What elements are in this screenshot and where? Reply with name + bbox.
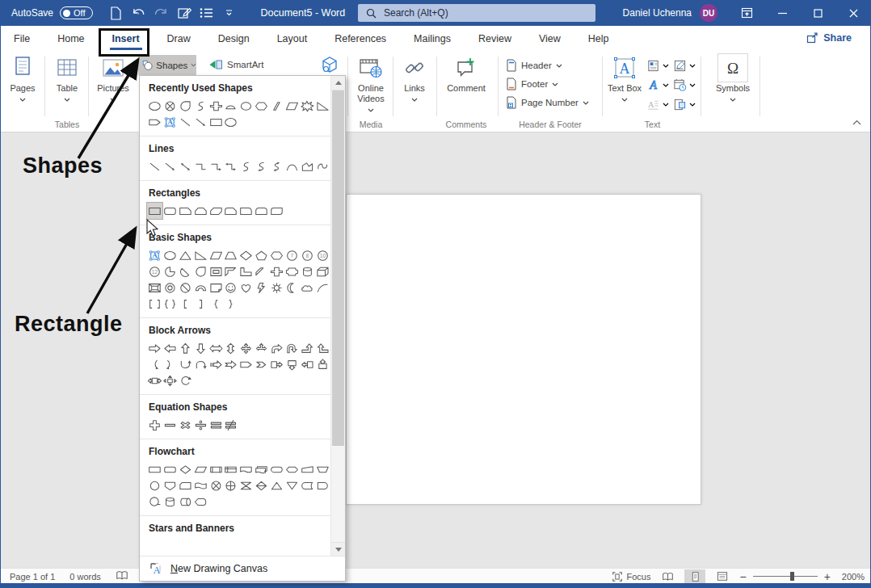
zoom-slider-thumb[interactable] [790,572,794,581]
shape-elbow-double-arrow[interactable] [223,158,238,174]
avatar[interactable]: DU [700,4,717,22]
shape-thin-parallelogram[interactable] [269,98,284,114]
word-count[interactable]: 0 words [69,572,101,582]
shape-trapezoid[interactable] [223,247,238,263]
tab-home[interactable]: Home [44,26,98,52]
shape-moon[interactable] [284,279,300,296]
shape-arrow-up-down[interactable] [223,340,238,356]
shape-arrow-up[interactable] [178,340,193,356]
shape-heart[interactable] [238,279,254,296]
shape-chord-circle[interactable] [178,263,193,279]
zoom-out-button[interactable]: − [739,570,746,583]
shape-math-plus[interactable] [147,417,162,433]
shape-delay[interactable] [315,477,330,494]
shape-curved-arrow[interactable] [254,158,269,174]
signature-line-button[interactable] [673,57,696,74]
object-button[interactable] [673,95,696,113]
autosave-toggle[interactable]: Off [60,6,92,19]
shape-up-arrow-callout[interactable] [315,356,330,372]
shape-curved-up-arrow[interactable] [178,356,193,372]
shape-display[interactable] [193,494,208,510]
shape-left-brace[interactable] [208,296,224,312]
shape-curved-left-arrow[interactable] [147,356,162,372]
user-name[interactable]: Daniel Uchenna [623,7,692,19]
shape-card[interactable] [178,477,193,494]
shape-double-brace[interactable] [162,296,178,312]
shape-bevel[interactable] [147,279,162,296]
shape-line-arrow[interactable] [162,158,178,174]
shape-arrow-left[interactable] [162,340,178,356]
read-mode-button[interactable] [657,569,678,584]
shape-math-division[interactable] [193,417,208,433]
qat-more-chevron-icon[interactable] [222,6,237,20]
search-input[interactable] [382,6,579,19]
tab-insert[interactable]: Insert [99,26,154,52]
smartart-button[interactable]: SmartArt [208,57,263,72]
shape-curved-connector[interactable] [238,158,254,174]
quick-parts-button[interactable] [646,57,669,74]
shape-elbow-arrow[interactable] [208,158,224,174]
shape-decision[interactable] [178,461,193,477]
shape-alternate-process[interactable] [162,461,178,477]
shape-can[interactable] [300,263,315,279]
shape-ellipse[interactable] [223,114,238,130]
shape-striped-right-arrow[interactable] [208,356,224,372]
text-box-button[interactable]: A Text Box [606,53,643,104]
shape-math-not-equal[interactable] [223,417,238,433]
shape-octagon[interactable]: 8 [300,247,315,263]
wordart-button[interactable]: A [646,76,669,94]
shape-left-right-arrow-callout[interactable] [147,372,162,388]
shape-decagon[interactable]: 10 [315,247,330,263]
shape-no-symbol[interactable] [178,279,193,296]
minimize-button[interactable] [764,0,800,26]
shape-line-arrow[interactable] [193,114,208,130]
pictures-button[interactable]: Pictures [92,53,134,104]
shape-snip-single-corner[interactable] [178,203,193,219]
shape-predefined-process[interactable] [208,461,224,477]
new-document-icon[interactable] [109,6,124,20]
comment-button[interactable]: Comment [440,53,493,94]
shape-merge[interactable] [284,477,300,494]
scroll-down-icon[interactable] [331,542,345,556]
shape-preparation[interactable] [284,461,300,477]
shape-terminator[interactable] [269,461,284,477]
shape-math-equal[interactable] [208,417,224,433]
shape-curved-down-arrow[interactable] [193,356,208,372]
shape-text-box-selected[interactable]: A [162,114,178,130]
shape-round-single[interactable] [238,203,254,219]
menu-scrollbar[interactable] [330,76,345,556]
shape-folded-corner[interactable] [208,279,224,296]
shape-connector[interactable] [147,477,162,494]
shape-sequential-storage[interactable] [147,494,162,510]
shape-bent-arrow[interactable] [269,340,284,356]
shape-double-bracket[interactable] [147,296,162,312]
shape-pie[interactable] [162,263,178,279]
zoom-level[interactable]: 200% [842,572,865,582]
online-videos-button[interactable]: Online Videos [351,53,391,115]
shape-pentagon[interactable] [254,247,269,263]
symbols-button[interactable]: Ω Symbols [714,53,751,104]
shape-curved-double-arrow[interactable] [269,158,284,174]
shape-arrow-down[interactable] [193,340,208,356]
shape-chord[interactable] [223,98,238,114]
shape-oval[interactable] [238,98,254,114]
date-time-button[interactable] [673,76,696,94]
tab-file[interactable]: File [0,26,44,52]
shape-document[interactable] [238,461,254,477]
shape-freeform[interactable] [300,158,315,174]
maximize-button[interactable] [800,0,835,26]
shape-diagonal-stripe[interactable] [254,263,269,279]
shape-arrow-right[interactable] [147,340,162,356]
shape-diamond[interactable] [238,247,254,263]
shape-line[interactable] [178,114,193,130]
shape-hexagon[interactable] [254,98,269,114]
scroll-up-icon[interactable] [331,76,345,90]
shape-block-arc[interactable] [193,279,208,296]
shape-dodecagon[interactable]: 12 [147,263,162,279]
shape-cloud[interactable] [300,279,315,296]
shape-manual-operation[interactable] [315,461,330,477]
tab-design[interactable]: Design [204,26,263,52]
shape-right-triangle[interactable] [315,98,330,114]
shape-round-same-side[interactable] [254,203,269,219]
shape-off-page-connector[interactable] [162,477,178,494]
